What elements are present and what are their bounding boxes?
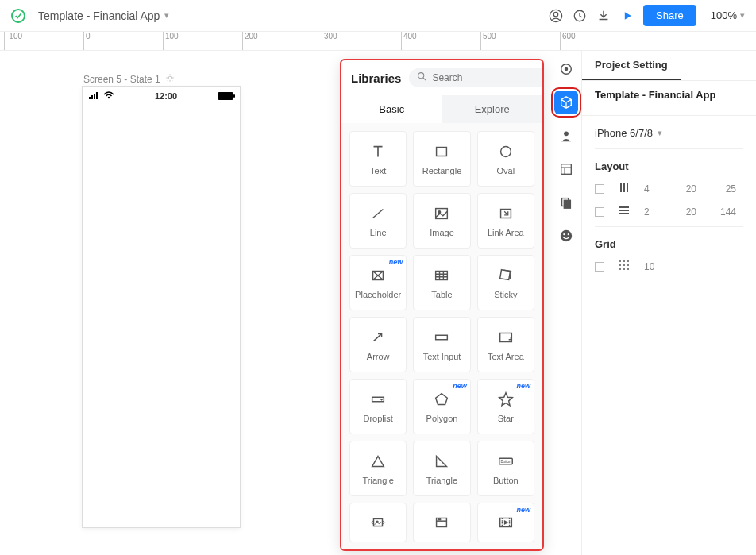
- svg-point-11: [500, 147, 511, 157]
- search-input[interactable]: [432, 72, 544, 83]
- libraries-header: Libraries: [341, 60, 542, 95]
- layout-val-a: 2: [644, 206, 660, 218]
- library-item-placeholder[interactable]: Placeholdernew: [349, 255, 407, 310]
- share-button[interactable]: Share: [643, 5, 696, 26]
- layout-row-columns[interactable]: 42025: [595, 177, 743, 200]
- panel-tab-label: Project Setting: [582, 51, 681, 80]
- grid-dots-icon: [619, 260, 630, 273]
- statusbar-time: 12:00: [155, 91, 177, 101]
- signal-icon: [89, 91, 100, 101]
- ruler-mark: 100: [163, 32, 179, 51]
- new-badge: new: [516, 506, 530, 514]
- library-item-video[interactable]: new: [477, 503, 534, 542]
- layout-checkbox[interactable]: [595, 207, 604, 217]
- library-item-label: Rectangle: [422, 166, 462, 175]
- svg-point-1: [554, 12, 557, 16]
- device-selector[interactable]: iPhone 6/7/8 ▾: [595, 124, 743, 149]
- avatar-outline-icon[interactable]: [548, 8, 564, 24]
- tab-explore[interactable]: Explore: [442, 95, 543, 123]
- library-item-oval[interactable]: Oval: [477, 131, 534, 187]
- svg-rect-41: [619, 210, 629, 211]
- person-icon[interactable]: [554, 124, 578, 148]
- panel-project-name: Template - Financial App: [595, 89, 743, 101]
- screen-label-text: Screen 5 - State 1: [83, 74, 160, 85]
- screen-label[interactable]: Screen 5 - State 1: [83, 73, 175, 85]
- library-item-carousel[interactable]: [349, 503, 407, 542]
- new-badge: new: [516, 382, 530, 390]
- svg-rect-18: [499, 333, 511, 342]
- libraries-panel: Libraries Basic Explore TextRectangleOva…: [340, 59, 544, 551]
- carousel-icon: [368, 513, 388, 532]
- polygon-icon: [432, 390, 451, 409]
- library-item-button[interactable]: ButtonButton: [477, 441, 534, 496]
- layout-checkbox[interactable]: [595, 184, 604, 194]
- library-item-table[interactable]: Table: [413, 255, 470, 310]
- ruler-mark: 200: [242, 32, 258, 51]
- target-icon[interactable]: [554, 57, 578, 81]
- device-name: iPhone 6/7/8: [595, 127, 653, 139]
- svg-point-3: [168, 76, 172, 79]
- library-item-droplist[interactable]: Droplist: [349, 379, 407, 434]
- library-item-label: Button: [493, 476, 519, 485]
- history-icon[interactable]: [572, 8, 588, 24]
- library-item-triangle[interactable]: Triangle: [349, 441, 407, 496]
- project-title[interactable]: Template - Financial App ▾: [38, 10, 169, 22]
- rows-icon: [619, 205, 630, 218]
- window-icon: [432, 513, 451, 532]
- tab-basic[interactable]: Basic: [341, 95, 442, 123]
- table-icon: [432, 266, 451, 285]
- grid-checkbox[interactable]: [595, 262, 604, 272]
- library-item-label: Triangle: [362, 476, 393, 485]
- phone-frame[interactable]: 12:00: [82, 86, 241, 528]
- cube-icon[interactable]: [554, 91, 578, 114]
- library-item-rectangle[interactable]: Rectangle: [413, 131, 470, 187]
- library-item-link-area[interactable]: Link Area: [477, 193, 534, 249]
- library-item-label: Text: [370, 166, 386, 175]
- svg-point-26: [440, 519, 441, 520]
- library-item-text[interactable]: Text: [349, 131, 407, 187]
- placeholder-icon: [368, 266, 388, 285]
- svg-point-50: [623, 268, 625, 270]
- layers-icon[interactable]: [554, 191, 578, 214]
- zoom-label[interactable]: 100% ▾: [711, 10, 745, 21]
- library-item-sticky[interactable]: Sticky: [477, 255, 534, 310]
- canvas[interactable]: Screen 5 - State 1 12:00: [0, 51, 550, 555]
- panel-tab-project-setting[interactable]: Project Setting: [582, 51, 756, 81]
- text-input-icon: [432, 328, 451, 347]
- svg-point-34: [560, 230, 571, 241]
- svg-point-47: [623, 264, 625, 266]
- grid-row[interactable]: 10: [595, 255, 743, 278]
- library-item-arrow[interactable]: Arrow: [349, 317, 407, 372]
- svg-point-44: [623, 260, 625, 262]
- layout-row-rows[interactable]: 220144: [595, 200, 743, 223]
- layout-icon[interactable]: [554, 157, 578, 181]
- ruler-mark: 0: [83, 32, 91, 51]
- tool-column: [550, 51, 581, 555]
- gear-icon[interactable]: [165, 73, 175, 85]
- layout-val-b: 20: [674, 206, 696, 218]
- smile-icon[interactable]: [554, 224, 578, 248]
- oval-icon: [496, 142, 515, 161]
- library-item-label: Text Area: [488, 352, 524, 361]
- libraries-grid[interactable]: TextRectangleOvalLineImageLink AreaPlace…: [341, 123, 542, 549]
- text-icon: [368, 142, 388, 161]
- library-item-label: Triangle: [426, 476, 457, 485]
- link-area-icon: [496, 204, 515, 223]
- library-item-polygon[interactable]: Polygonnew: [413, 379, 470, 434]
- libraries-search[interactable]: [409, 68, 544, 87]
- library-item-text-input[interactable]: Text Input: [413, 317, 470, 372]
- play-icon[interactable]: [619, 8, 635, 24]
- phone-statusbar: 12:00: [83, 87, 240, 106]
- download-icon[interactable]: [596, 8, 611, 24]
- columns-icon: [619, 182, 630, 195]
- svg-point-25: [438, 519, 439, 520]
- zoom-value: 100%: [711, 10, 737, 21]
- library-item-triangle-right[interactable]: Triangle: [413, 441, 470, 496]
- library-item-image[interactable]: Image: [413, 193, 470, 249]
- library-item-window[interactable]: [413, 503, 470, 542]
- library-item-star[interactable]: Starnew: [477, 379, 534, 434]
- triangle-icon: [368, 452, 388, 471]
- svg-rect-16: [436, 272, 448, 280]
- library-item-text-area[interactable]: Text Area: [477, 317, 534, 372]
- library-item-line[interactable]: Line: [349, 193, 407, 249]
